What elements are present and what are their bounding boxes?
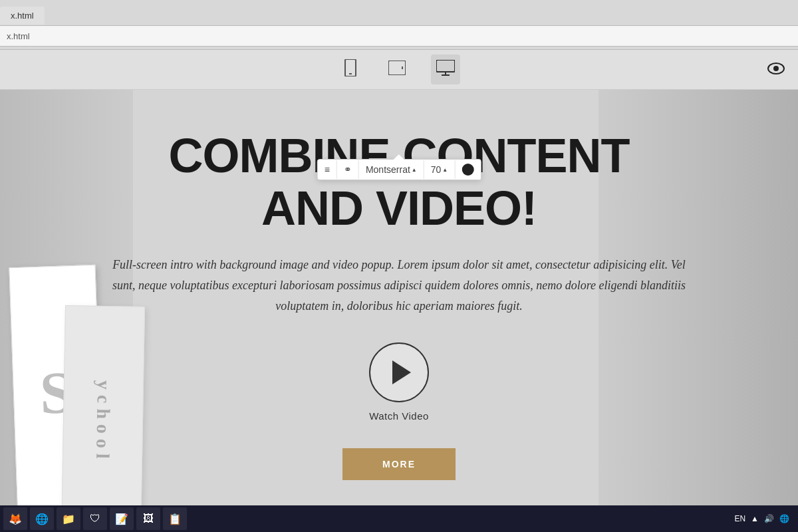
align-icon: ≡ xyxy=(325,164,330,175)
hero-subtitle: Full-screen intro with background image … xyxy=(100,255,698,316)
taskbar: 🦊 🌐 📁 🛡 📝 🖼 📋 EN ▲ 🔊 🌐 xyxy=(0,505,798,532)
browser-chrome: x.html x.html xyxy=(0,0,798,50)
taskbar-firefox[interactable]: 🦊 xyxy=(3,507,27,530)
link-icon: ⚭ xyxy=(344,164,352,175)
svg-rect-4 xyxy=(436,60,455,72)
desktop-device-icon[interactable] xyxy=(431,55,460,84)
font-arrow: ▲ xyxy=(412,167,417,173)
hero-title-line2: and VIDEO! xyxy=(261,182,537,235)
watch-video-button[interactable]: Watch Video xyxy=(60,342,738,422)
hero-title: COMBINE CONTENT and VIDEO! xyxy=(60,130,738,235)
font-name: Montserrat xyxy=(366,164,410,175)
text-format-toolbar: ≡ ⚭ Montserrat ▲ 70 ▲ xyxy=(317,155,481,180)
taskbar-browser[interactable]: 🌐 xyxy=(30,507,54,530)
more-button[interactable]: MORE xyxy=(342,448,456,480)
taskbar-network[interactable]: 🌐 xyxy=(779,514,789,523)
text-link-button[interactable]: ⚭ xyxy=(337,160,359,179)
taskbar-lang: EN xyxy=(734,514,745,523)
phone-device-icon[interactable] xyxy=(338,54,363,85)
watch-video-label: Watch Video xyxy=(369,410,429,422)
taskbar-filezilla[interactable]: 📁 xyxy=(57,507,80,530)
top-toolbar xyxy=(0,50,798,90)
browser-tab[interactable]: x.html xyxy=(0,7,45,25)
svg-point-8 xyxy=(773,66,779,71)
taskbar-photoshop[interactable]: 🖼 xyxy=(136,507,160,530)
font-size: 70 xyxy=(431,164,442,175)
svg-rect-2 xyxy=(388,61,406,75)
taskbar-antivirus[interactable]: 🛡 xyxy=(83,507,107,530)
text-color-button[interactable] xyxy=(455,160,480,180)
hero-content: COMBINE CONTENT and VIDEO! Full-screen i… xyxy=(33,130,765,480)
play-triangle-icon xyxy=(392,360,411,384)
tablet-device-icon[interactable] xyxy=(383,55,411,84)
size-arrow: ▲ xyxy=(442,167,448,173)
taskbar-extra[interactable]: 📋 xyxy=(163,507,187,530)
taskbar-word[interactable]: 📝 xyxy=(110,507,134,530)
taskbar-system-tray: EN ▲ 🔊 🌐 xyxy=(734,514,795,523)
font-family-selector[interactable]: Montserrat ▲ xyxy=(359,160,424,179)
hero-section: S ychool 18 0 Tue Wed Thu Fri Sat Sun xyxy=(0,90,798,532)
eye-icon[interactable] xyxy=(767,61,785,78)
color-circle xyxy=(462,164,473,176)
text-align-button[interactable]: ≡ xyxy=(318,160,337,179)
font-size-selector[interactable]: 70 ▲ xyxy=(424,160,456,179)
address-bar[interactable]: x.html xyxy=(0,25,798,47)
play-circle xyxy=(369,342,429,402)
taskbar-arrow-up[interactable]: ▲ xyxy=(751,514,759,523)
taskbar-volume[interactable]: 🔊 xyxy=(764,514,774,523)
